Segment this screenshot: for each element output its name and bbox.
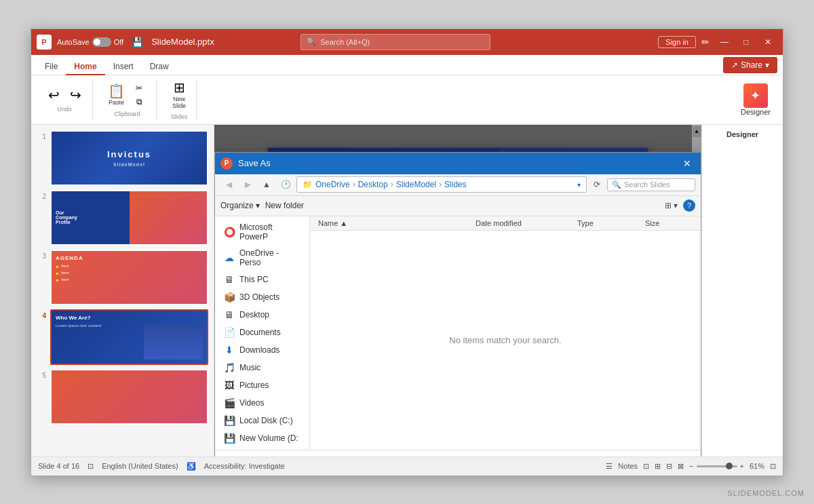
designer-label: Designer [741,108,771,116]
pen-icon[interactable]: ✏ [701,37,710,47]
col-type[interactable]: Type [577,219,632,227]
sidebar-item-documents-label: Documents [239,328,281,337]
view-toggle[interactable]: ⊞ ▾ [665,201,678,210]
cut-button[interactable]: ✂ [129,82,149,94]
zoom-controls: − + [689,462,744,470]
dialog-file-area: Name ▲ Date modified Type [310,216,701,450]
sidebar-item-3dobjects-label: 3D Objects [239,292,279,302]
share-button[interactable]: ↗ Share ▾ [723,57,777,73]
tab-home[interactable]: Home [66,59,104,75]
slide-num-1: 1 [37,130,46,140]
sidebar-item-desktop[interactable]: 🖥 Desktop [215,306,309,324]
new-slide-button[interactable]: ⊞ NewSlide [169,79,189,111]
sidebar-item-new-volume-label: New Volume (D: [239,433,298,443]
fit-slide-icon[interactable]: ⊡ [770,462,776,471]
notes-label[interactable]: Notes [618,462,638,470]
dialog-sidebar: ⭕ Microsoft PowerP ☁ OneDrive - Perso 🖥 … [215,216,310,450]
breadcrumb-slides[interactable]: Slides [444,180,467,189]
undo-button[interactable]: ↩ [43,87,64,103]
close-button[interactable]: ✕ [758,35,777,50]
redo-icon: ↪ [70,88,81,102]
nav-up-btn[interactable]: ▲ [258,176,275,193]
app-logo: P [37,35,52,50]
accessibility-status[interactable]: Accessibility: Investigate [204,462,285,470]
search-icon: 🔍 [307,37,316,46]
autosave-section: AutoSave Off [57,37,123,47]
organize-btn[interactable]: Organize ▾ [220,201,260,210]
view-outline-icon[interactable]: ⊞ [655,462,661,471]
col-name[interactable]: Name ▲ [318,219,462,227]
slide3-preview: AGENDA ◆ Item ◆ Item ◆ Item [52,251,207,304]
breadcrumb-desktop[interactable]: Desktop [358,180,388,189]
zoom-in-icon[interactable]: + [740,462,744,470]
designer-panel[interactable]: ✦ Designer [734,83,777,116]
computer-icon: 🖥 [223,274,235,285]
nav-recent-btn[interactable]: 🕐 [277,176,294,193]
accessibility-icon: ♿ [187,462,196,471]
save-icon[interactable]: 💾 [132,37,143,47]
3dobjects-icon: 📦 [223,292,235,303]
cut-icon: ✂ [136,83,142,93]
signin-button[interactable]: Sign in [658,36,696,48]
tab-insert[interactable]: Insert [105,59,142,75]
slide-thumb-4[interactable]: Who We Are? Lorem ipsum text content [50,309,208,365]
autosave-toggle[interactable] [92,37,111,47]
breadcrumb-onedrive[interactable]: OneDrive [315,180,350,189]
minimize-button[interactable]: — [715,35,734,50]
paste-button[interactable]: 📋 Paste [105,83,128,107]
tab-draw[interactable]: Draw [142,59,177,75]
zoom-slider[interactable] [697,465,737,467]
music-icon: 🎵 [223,362,235,373]
help-button[interactable]: ? [683,199,695,212]
sidebar-item-3d-objects[interactable]: 📦 3D Objects [215,288,309,306]
slide-thumb-1[interactable]: Invictus SlideModel [50,130,208,186]
sidebar-item-onedrive[interactable]: ☁ OneDrive - Perso [215,245,309,271]
dialog-title: Save As [238,158,271,168]
nav-forward-btn[interactable]: ▶ [239,176,256,193]
view-normal-icon[interactable]: ⊡ [643,462,649,471]
sidebar-item-videos[interactable]: 🎬 Videos [215,394,309,412]
sidebar-section-pinned: ⭕ Microsoft PowerP ☁ OneDrive - Perso 🖥 … [215,216,309,450]
search-bar[interactable]: 🔍 Search (Alt+Q) [301,34,490,50]
sidebar-item-pictures[interactable]: 🖼 Pictures [215,376,309,394]
zoom-out-icon[interactable]: − [689,462,693,470]
slide-num-5: 5 [37,369,46,379]
dialog-close-button[interactable]: ✕ [679,155,695,172]
sidebar-item-thispc[interactable]: 🖥 This PC [215,271,309,288]
sidebar-item-downloads[interactable]: ⬇ Downloads [215,341,309,359]
maximize-button[interactable]: □ [737,35,756,50]
view-slide-sorter-icon[interactable]: ⊟ [666,462,672,471]
sort-name-icon: ▲ [340,219,347,227]
slide-thumb-5[interactable] [50,369,208,425]
sidebar-item-music[interactable]: 🎵 Music [215,359,309,376]
documents-icon: 📄 [223,327,235,338]
videos-icon: 🎬 [223,398,235,408]
new-folder-btn[interactable]: New folder [265,201,304,210]
refresh-button[interactable]: ⟳ [589,177,604,192]
copy-button[interactable]: ⧉ [129,96,149,108]
zoom-level[interactable]: 61% [750,462,764,470]
tab-file[interactable]: File [37,59,66,75]
slide-num-4: 4 [37,309,46,319]
redo-button[interactable]: ↪ [65,87,85,103]
sidebar-item-local-disk[interactable]: 💾 Local Disk (C:) [215,412,309,429]
file-header: Name ▲ Date modified Type [310,216,701,231]
breadcrumb-slidemodel[interactable]: SlideModel [396,180,436,189]
view-reading-icon[interactable]: ⊠ [678,462,684,471]
nav-back-btn[interactable]: ◀ [220,176,237,193]
slide-thumb-2[interactable]: OurCompanyProfile [50,190,208,246]
dialog-search[interactable]: 🔍 Search Slides [607,178,695,191]
slide-thumb-3[interactable]: AGENDA ◆ Item ◆ Item ◆ Item [50,250,208,305]
slide2-preview: OurCompanyProfile [52,191,207,244]
slide-thumb-container-5: 5 [37,369,208,425]
sidebar-item-documents[interactable]: 📄 Documents [215,324,309,341]
col-date[interactable]: Date modified [476,219,564,227]
col-size[interactable]: Size [645,219,693,227]
breadcrumb-dropdown[interactable]: ▾ [577,181,581,189]
designer-icon: ✦ [743,83,768,108]
sidebar-item-new-volume[interactable]: 💾 New Volume (D: [215,429,309,447]
view-dropdown-icon: ▾ [674,201,678,210]
dialog-footer: File name: SlideModel.png ▾ Save as type… [215,450,701,457]
dialog-nav: ◀ ▶ ▲ 🕐 📁 OneDrive › Desktop › SlideMode… [215,174,701,196]
sidebar-item-powerpoint[interactable]: ⭕ Microsoft PowerP [215,219,309,245]
